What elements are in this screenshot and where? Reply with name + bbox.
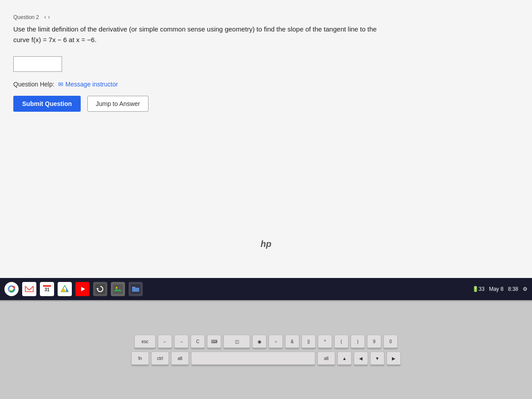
svg-rect-3	[24, 284, 34, 294]
screen-area: Question 2 ‹ › Use the limit definition …	[0, 0, 532, 301]
key-open-paren[interactable]: (	[334, 335, 348, 349]
key-right-arrow[interactable]: →	[174, 335, 188, 349]
key-arrow-down[interactable]: ▼	[370, 352, 384, 366]
svg-point-13	[116, 287, 117, 289]
key-close-paren[interactable]: )	[351, 335, 365, 349]
svg-point-2	[10, 288, 13, 291]
taskbar: 31	[0, 278, 532, 300]
key-esc-label: esc	[141, 339, 149, 344]
key-arrow-right-2[interactable]: ▶	[387, 352, 401, 366]
submit-question-button[interactable]: Submit Question	[13, 96, 81, 112]
key-row-1: esc ← → C ⌨ ◫ ◉ ○ & || * ( ) 9 0	[134, 335, 398, 349]
taskbar-right: 🔋33 May 8 8:38 ⚙	[472, 286, 528, 292]
key-fn[interactable]: fn	[131, 352, 149, 366]
problem-statement: Use the limit definition of the derivati…	[13, 25, 377, 43]
key-spacebar[interactable]	[191, 352, 315, 366]
key-c[interactable]: C	[191, 335, 205, 349]
browser-content: Question 2 ‹ › Use the limit definition …	[0, 0, 532, 278]
taskbar-settings-icon[interactable]: ⚙	[523, 286, 528, 292]
taskbar-icon-youtube[interactable]	[75, 282, 90, 296]
key-asterisk[interactable]: *	[318, 335, 332, 349]
key-window[interactable]: ◫	[223, 335, 250, 349]
key-esc[interactable]: esc	[134, 335, 156, 349]
taskbar-icon-gmail[interactable]	[22, 282, 36, 296]
svg-rect-5	[43, 285, 51, 287]
message-instructor-link[interactable]: ✉ Message instructor	[58, 81, 118, 88]
envelope-icon: ✉	[58, 81, 63, 88]
question-nav-label: Question 2	[13, 14, 39, 20]
next-arrow[interactable]: ›	[48, 13, 50, 20]
taskbar-icon-drive[interactable]	[58, 282, 72, 296]
buttons-row: Submit Question Jump to Answer	[13, 96, 519, 112]
key-row-2: fn ctrl alt alt ▲ ◀ ▼ ▶	[131, 352, 401, 366]
taskbar-icon-refresh[interactable]	[93, 282, 107, 296]
jump-to-answer-button[interactable]: Jump to Answer	[87, 96, 149, 112]
prev-arrow[interactable]: ‹	[44, 13, 46, 20]
keyboard-area: esc ← → C ⌨ ◫ ◉ ○ & || * ( ) 9 0 fn ctrl	[0, 301, 532, 399]
keyboard-rows: esc ← → C ⌨ ◫ ◉ ○ & || * ( ) 9 0 fn ctrl	[131, 335, 401, 366]
key-ctrl[interactable]: ctrl	[151, 352, 169, 366]
taskbar-icon-calendar[interactable]: 31	[40, 282, 54, 296]
key-arrow-left[interactable]: ◀	[354, 352, 368, 366]
message-instructor-text: Message instructor	[66, 81, 118, 88]
key-circle1[interactable]: ○	[269, 335, 283, 349]
key-0[interactable]: 0	[383, 335, 398, 349]
key-arrow-up[interactable]: ▲	[337, 352, 352, 366]
answer-input[interactable]	[13, 56, 62, 72]
webpage: Question 2 ‹ › Use the limit definition …	[0, 0, 532, 278]
question-text: Use the limit definition of the derivati…	[13, 24, 390, 45]
key-alt[interactable]: alt	[171, 352, 189, 366]
taskbar-icon-chrome[interactable]	[4, 282, 19, 296]
question-help-label: Question Help:	[13, 81, 55, 88]
key-display[interactable]: ⌨	[207, 335, 221, 349]
laptop-body: Question 2 ‹ › Use the limit definition …	[0, 0, 532, 399]
question-help-row: Question Help: ✉ Message instructor	[13, 81, 519, 88]
key-amp[interactable]: &	[285, 335, 299, 349]
taskbar-time: 8:38	[508, 286, 518, 292]
key-left-arrow[interactable]: ←	[158, 335, 172, 349]
nav-arrows: ‹ ›	[44, 13, 50, 20]
taskbar-icon-folder[interactable]	[129, 282, 143, 296]
key-pipe[interactable]: ||	[301, 335, 316, 349]
taskbar-icon-photos[interactable]	[111, 282, 125, 296]
taskbar-date: May 8	[489, 286, 504, 292]
key-pause[interactable]: ◉	[252, 335, 266, 349]
svg-text:31: 31	[44, 287, 50, 292]
svg-rect-12	[113, 284, 123, 294]
key-alt-right[interactable]: alt	[317, 352, 335, 366]
taskbar-battery-indicator: 🔋33	[472, 286, 485, 292]
question-nav: Question 2 ‹ ›	[13, 13, 519, 20]
key-9[interactable]: 9	[367, 335, 381, 349]
hp-logo: hp	[261, 239, 271, 249]
